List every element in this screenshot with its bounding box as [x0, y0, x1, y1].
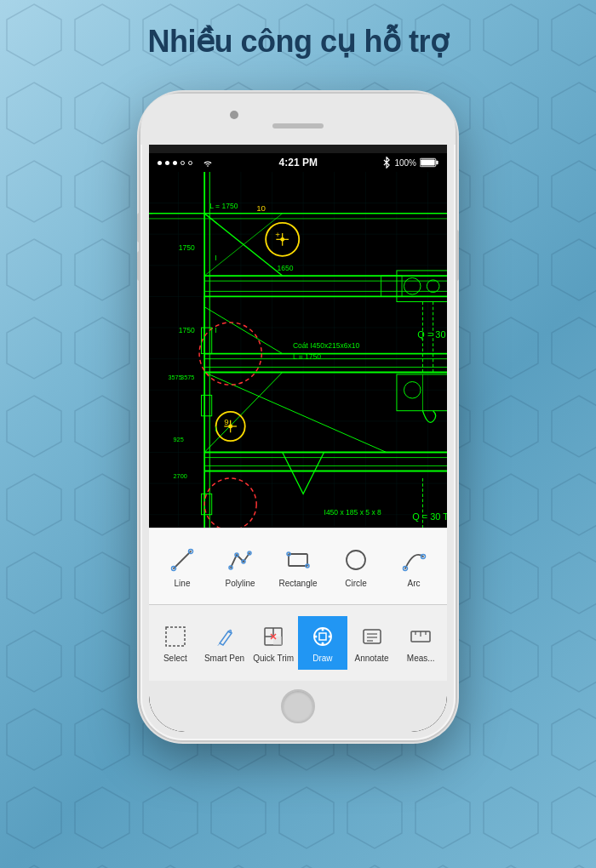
svg-text:L = 1750: L = 1750: [293, 352, 321, 361]
bluetooth-icon: [382, 157, 391, 168]
nav-select[interactable]: Select: [151, 616, 200, 670]
draw-icon: [309, 623, 336, 650]
polyline-icon: [225, 545, 255, 575]
tool-circle[interactable]: Circle: [327, 538, 385, 595]
volume-down-button: [137, 251, 140, 281]
svg-line-123: [174, 551, 191, 568]
svg-point-149: [328, 636, 330, 638]
status-signal: [158, 157, 214, 168]
quick-trim-icon: [260, 623, 287, 650]
volume-up-button: [137, 213, 140, 243]
svg-rect-136: [166, 627, 185, 646]
home-button[interactable]: [281, 689, 315, 723]
nav-measure-label: Meas...: [407, 654, 435, 663]
cad-drawing-area[interactable]: 7425 6500 + 9: [149, 172, 447, 681]
svg-text:+: +: [275, 230, 280, 239]
svg-text:Q = 30: Q = 30: [417, 329, 445, 340]
svg-text:2700: 2700: [174, 472, 187, 480]
svg-point-68: [280, 237, 284, 242]
select-icon: [162, 623, 189, 650]
svg-text:I: I: [215, 326, 216, 334]
tool-arc-label: Arc: [408, 579, 421, 588]
phone-top-bezel: [140, 94, 456, 145]
phone-bottom-bezel: [149, 681, 447, 732]
tool-polyline[interactable]: Polyline: [211, 538, 269, 595]
rectangle-icon: [283, 545, 313, 575]
nav-draw[interactable]: Draw: [298, 616, 347, 670]
earpiece-speaker: [272, 123, 324, 128]
tool-circle-label: Circle: [345, 579, 367, 588]
nav-quick-trim[interactable]: Quick Trim: [249, 616, 298, 670]
phone-screen: 4:21 PM 100%: [149, 153, 447, 681]
nav-select-label: Select: [163, 654, 187, 663]
nav-smart-pen-label: Smart Pen: [204, 654, 244, 663]
nav-draw-label: Draw: [312, 654, 332, 663]
svg-text:1650: 1650: [278, 264, 294, 272]
svg-rect-145: [319, 633, 326, 640]
signal-dot-3: [173, 161, 177, 165]
svg-text:925: 925: [174, 436, 184, 443]
annotate-icon: [358, 623, 386, 650]
nav-annotate[interactable]: Annotate: [347, 616, 397, 670]
page-title: Nhiều công cụ hỗ trợ: [0, 24, 596, 60]
nav-quick-trim-label: Quick Trim: [253, 654, 294, 663]
circle-draw-icon: [341, 545, 371, 575]
tool-rectangle-label: Rectangle: [278, 579, 317, 588]
tool-rectangle[interactable]: Rectangle: [269, 538, 327, 595]
svg-rect-4: [421, 159, 435, 165]
tool-line-label: Line: [175, 579, 191, 588]
svg-text:Coát I450x215x6x10: Coát I450x215x6x10: [293, 341, 360, 350]
svg-point-148: [314, 636, 317, 638]
status-bar: 4:21 PM 100%: [149, 153, 447, 172]
tool-line[interactable]: Line: [153, 538, 211, 595]
draw-tools-bar: Line Polyline: [149, 528, 447, 604]
front-camera: [230, 111, 238, 119]
svg-text:I: I: [215, 425, 216, 433]
svg-point-137: [228, 630, 232, 633]
tool-arc[interactable]: Arc: [385, 538, 443, 595]
signal-dot-2: [165, 161, 169, 165]
svg-text:L = 1750: L = 1750: [209, 202, 238, 210]
svg-point-146: [321, 629, 324, 631]
wifi-icon: [202, 157, 214, 168]
signal-dot-4: [181, 161, 185, 165]
phone-frame: 4:21 PM 100%: [140, 94, 456, 740]
svg-rect-3: [436, 161, 438, 165]
power-button: [456, 230, 459, 281]
svg-point-73: [228, 425, 232, 429]
arc-icon: [398, 545, 429, 575]
signal-dot-5: [188, 161, 192, 165]
status-right: 100%: [382, 157, 438, 168]
nav-smart-pen[interactable]: Smart Pen: [200, 616, 249, 670]
svg-point-133: [347, 551, 365, 569]
bottom-nav-bar: Select Smart Pen: [149, 604, 447, 681]
nav-annotate-label: Annotate: [355, 654, 389, 663]
tool-polyline-label: Polyline: [225, 579, 255, 588]
signal-dot-1: [158, 161, 162, 165]
svg-text:Q = 30 Ton: Q = 30 Ton: [412, 511, 447, 522]
svg-text:3575: 3575: [181, 374, 194, 381]
svg-rect-130: [289, 554, 307, 566]
nav-measure[interactable]: Meas...: [396, 616, 445, 670]
measure-icon: [407, 623, 434, 650]
line-icon: [167, 545, 198, 575]
battery-percent: 100%: [394, 158, 416, 168]
status-time: 4:21 PM: [279, 157, 318, 168]
svg-text:I450 x 185 x 5 x 8: I450 x 185 x 5 x 8: [324, 508, 382, 517]
svg-text:1750: 1750: [179, 326, 195, 334]
svg-text:10: 10: [256, 203, 266, 213]
svg-text:9: 9: [224, 417, 228, 426]
svg-text:I: I: [215, 254, 216, 262]
battery-icon: [420, 157, 438, 168]
smart-pen-icon: [211, 623, 238, 650]
svg-point-147: [321, 642, 324, 645]
phone-inner: 4:21 PM 100%: [149, 102, 447, 732]
svg-text:1750: 1750: [179, 243, 195, 252]
